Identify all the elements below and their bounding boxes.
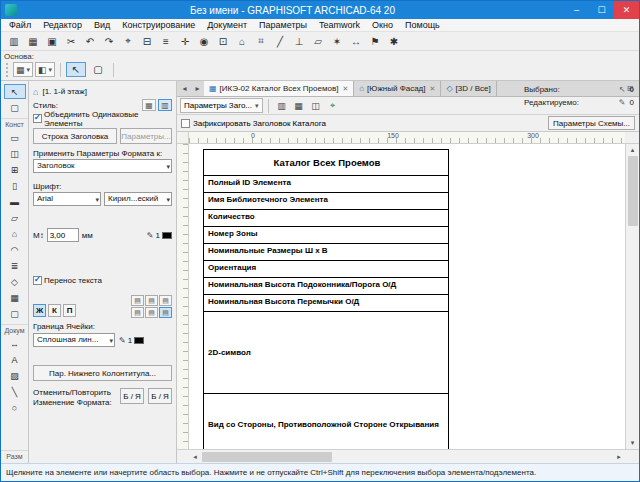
group-icon[interactable]: ▱ — [309, 33, 327, 49]
pen-color-swatch[interactable] — [162, 232, 172, 239]
zoom-icon[interactable]: ◉ — [195, 33, 213, 49]
tab-schedule[interactable]: ▦ [ИКЭ-02 Каталог Всех Проемов] ✕ — [204, 81, 354, 96]
vertical-ruler[interactable] — [177, 144, 189, 449]
menu-item[interactable]: Параметры — [253, 20, 313, 30]
find-select-icon[interactable]: ⌖ — [119, 33, 137, 49]
panel-header[interactable]: ⌂ [1. 1-й этаж] — [33, 85, 172, 98]
guide-lines-icon[interactable]: ╱ — [271, 33, 289, 49]
redo-icon[interactable]: ↷ — [100, 33, 118, 49]
split-table-icon[interactable]: ◫ — [308, 98, 324, 113]
apply-format-select[interactable]: Заголовок ▾ — [33, 159, 172, 173]
drawing-canvas[interactable]: Каталог Всех Проемов Полный ID Элемента … — [189, 144, 625, 449]
menu-item[interactable]: Редактор — [37, 20, 88, 30]
table-row[interactable]: Номинальная Высота Подоконника/Порога О/… — [204, 278, 448, 295]
table-row[interactable]: Полный ID Элемента — [204, 176, 448, 193]
favorites-combo[interactable]: ▦ ▾ — [13, 62, 33, 77]
vertical-scrollbar[interactable]: ▴ ▾ — [625, 144, 639, 449]
open-icon[interactable]: ▥ — [5, 33, 23, 49]
horizontal-ruler[interactable]: 0150300450 — [189, 132, 625, 144]
menu-item[interactable]: Помощь — [399, 20, 446, 30]
save-icon[interactable]: ▦ — [24, 33, 42, 49]
window-tool-icon[interactable]: ⊞ — [4, 162, 26, 177]
door-tool-icon[interactable]: ◫ — [4, 146, 26, 161]
shell-tool-icon[interactable]: ◠ — [4, 242, 26, 257]
align-top-left-icon[interactable]: ▤ — [131, 295, 144, 306]
toolbar-grip[interactable] — [6, 63, 9, 77]
align-bottom-center-icon[interactable]: ▤ — [145, 307, 158, 318]
horizontal-scroll-thumb[interactable] — [202, 452, 332, 462]
wrap-text-checkbox[interactable]: ✓ — [33, 276, 42, 285]
header-params-button[interactable]: Параметры... — [120, 128, 172, 144]
scroll-down-icon[interactable]: ▾ — [626, 438, 639, 448]
fill-tool-icon[interactable]: ▨ — [4, 368, 26, 383]
column-tool-icon[interactable]: ▯ — [4, 178, 26, 193]
morph-tool-icon[interactable]: ◇ — [4, 274, 26, 289]
italic-button[interactable]: К — [48, 304, 61, 317]
text-tool-icon[interactable]: A — [4, 352, 26, 367]
arrow-tool-button[interactable]: ↖ — [66, 62, 86, 77]
stair-tool-icon[interactable]: ≣ — [4, 258, 26, 273]
navigator-icon[interactable]: ⌂ — [233, 33, 251, 49]
font-script-select[interactable]: Кирил...еский ▾ — [104, 192, 172, 206]
scroll-left-icon[interactable]: ◂ — [190, 452, 200, 462]
font-size-input[interactable] — [47, 228, 79, 242]
header-options-dropdown[interactable]: Параметры Заго... ▾ — [180, 98, 263, 113]
menu-item[interactable]: Вид — [88, 20, 116, 30]
slab-tool-icon[interactable]: ▱ — [4, 210, 26, 225]
align-bottom-left-icon[interactable]: ▤ — [131, 307, 144, 318]
tab-forward-icon[interactable]: ▸ — [191, 81, 204, 96]
magic-wand-icon[interactable]: ✶ — [328, 33, 346, 49]
line-tool-icon[interactable]: ╲ — [4, 384, 26, 399]
menu-item[interactable]: Файл — [3, 20, 37, 30]
scheme-settings-button[interactable]: Параметры Схемы... — [548, 116, 635, 130]
cut-icon[interactable]: ✂ — [62, 33, 80, 49]
text-pen-control[interactable]: ✎ 1 — [147, 231, 172, 240]
font-name-select[interactable]: Arial ▾ — [33, 192, 101, 206]
beam-tool-icon[interactable]: ▬ — [4, 194, 26, 209]
table-row[interactable]: Количество — [204, 210, 448, 227]
border-pen-control[interactable]: ✎ 1 — [119, 336, 144, 345]
table-row[interactable]: Номер Зоны — [204, 227, 448, 244]
align-top-right-icon[interactable]: ▤ — [159, 295, 172, 306]
close-tab-icon[interactable]: ✕ — [342, 85, 348, 93]
marquee-tool-icon[interactable]: ▢ — [4, 100, 26, 115]
footer-params-button[interactable]: Пар. Нижнего Колонтитула... — [33, 365, 172, 381]
toolbox-section-more[interactable]: Разм — [1, 450, 28, 461]
horizontal-scrollbar[interactable]: ◂ ▸ — [189, 449, 625, 463]
element-transfer-combo[interactable]: ◧ ▾ — [35, 62, 55, 77]
markup-icon[interactable]: ⚑ — [366, 33, 384, 49]
table-row[interactable]: Номинальная Высота Перемычки О/Д — [204, 295, 448, 312]
redo-format-button[interactable]: Б / Я — [148, 388, 172, 404]
table-row[interactable]: Каталог Всех Проемов — [204, 150, 448, 176]
circle-tool-icon[interactable]: ○ — [4, 400, 26, 415]
pan-icon[interactable]: ✛ — [176, 33, 194, 49]
close-button[interactable]: ✕ — [614, 1, 639, 19]
roof-tool-icon[interactable]: ⌂ — [4, 226, 26, 241]
gravity-icon[interactable]: ⊥ — [290, 33, 308, 49]
align-bottom-right-icon[interactable]: ▤ — [159, 307, 172, 318]
undo-icon[interactable]: ↶ — [81, 33, 99, 49]
table-row[interactable]: Вид со Стороны, Противоположной Стороне … — [204, 394, 448, 449]
element-settings-icon[interactable]: ⊟ — [138, 33, 156, 49]
align-top-center-icon[interactable]: ▤ — [145, 295, 158, 306]
vertical-scroll-thumb[interactable] — [628, 156, 638, 226]
toolbox-section-construct[interactable]: Конст — [1, 118, 28, 129]
zone-tool-icon[interactable]: ▢ — [4, 306, 26, 321]
uniform-structure-icon[interactable]: ▥ — [274, 98, 290, 113]
close-tab-icon[interactable]: ✕ — [430, 85, 436, 93]
menu-item[interactable]: Окно — [366, 20, 399, 30]
marquee-tool-button[interactable]: ▢ — [88, 62, 108, 77]
layers-icon[interactable]: ≡ — [157, 33, 175, 49]
header-row-button[interactable]: Строка Заголовка — [33, 128, 117, 144]
fit-in-window-icon[interactable]: ⊡ — [214, 33, 232, 49]
maximize-button[interactable]: ☐ — [589, 1, 614, 19]
table-row[interactable]: Ориентация — [204, 261, 448, 278]
arrow-tool-icon[interactable]: ↖ — [4, 84, 26, 99]
minimize-button[interactable]: – — [564, 1, 589, 19]
scroll-right-icon[interactable]: ▸ — [614, 452, 624, 462]
menu-item[interactable]: Teamwork — [313, 20, 366, 30]
table-row[interactable]: Имя Библиотечного Элемента — [204, 193, 448, 210]
wall-tool-icon[interactable]: ▭ — [4, 130, 26, 145]
grid-snap-icon[interactable]: ⌗ — [252, 33, 270, 49]
tab-3d-all[interactable]: ◇ [3D / Все] — [441, 81, 496, 96]
